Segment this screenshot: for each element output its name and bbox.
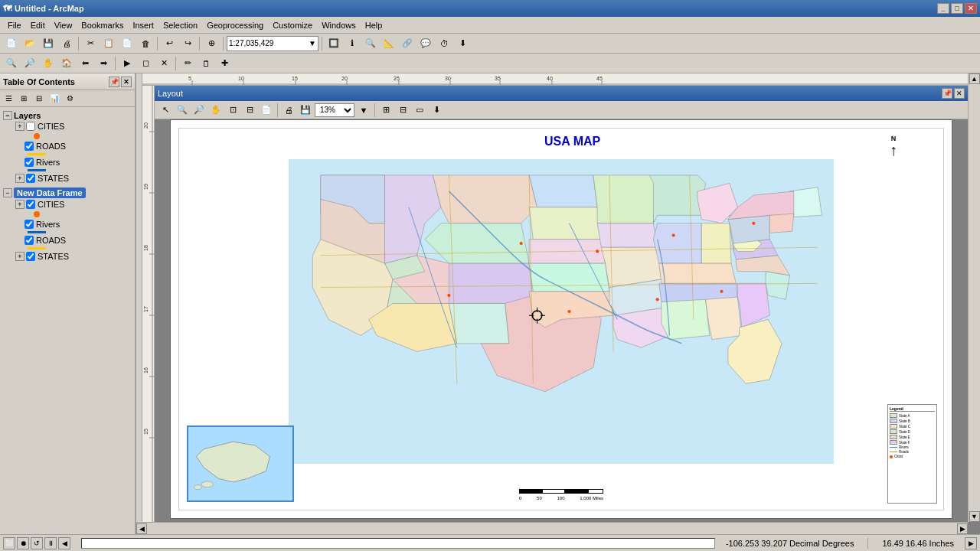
find-button[interactable]: 🔍 bbox=[362, 35, 379, 52]
add-data-button[interactable]: ⊕ bbox=[203, 35, 220, 52]
toc-item-roads-2[interactable]: ROADS bbox=[0, 235, 135, 246]
minimize-button[interactable]: _ bbox=[937, 3, 949, 14]
scale-dropdown-icon[interactable]: ▼ bbox=[309, 39, 316, 47]
toc-btn-2[interactable]: ⊞ bbox=[17, 92, 31, 106]
full-extent-button[interactable]: 🏠 bbox=[58, 55, 75, 72]
print-button[interactable]: 🖨 bbox=[58, 35, 75, 52]
delete-button[interactable]: 🗑 bbox=[137, 35, 154, 52]
status-btn-1[interactable]: ⬜ bbox=[3, 537, 15, 549]
new-button[interactable]: 📄 bbox=[3, 35, 20, 52]
toc-item-cities-1[interactable]: + CITIES bbox=[0, 121, 135, 132]
menu-selection[interactable]: Selection bbox=[158, 19, 202, 31]
menu-insert[interactable]: Insert bbox=[128, 19, 158, 31]
cut-button[interactable]: ✂ bbox=[82, 35, 99, 52]
menu-help[interactable]: Help bbox=[361, 19, 387, 31]
layout-export[interactable]: 💾 bbox=[298, 103, 313, 118]
layout-snap[interactable]: ⊟ bbox=[395, 103, 410, 118]
layout-zoom-out[interactable]: 🔎 bbox=[191, 103, 207, 118]
toc-header-controls[interactable]: 📌 ✕ bbox=[109, 77, 132, 87]
zoom-percent-select[interactable]: 13% 5% 10% 25% 50% 75% 100% bbox=[315, 103, 354, 117]
menu-edit[interactable]: Edit bbox=[26, 19, 50, 31]
select-by-rect[interactable]: ◻ bbox=[137, 55, 154, 72]
cities-checkbox-1[interactable] bbox=[26, 122, 35, 131]
deselect[interactable]: ✕ bbox=[155, 55, 172, 72]
cities-checkbox-2[interactable] bbox=[26, 200, 35, 209]
layout-margins[interactable]: ▭ bbox=[412, 103, 427, 118]
status-btn-4[interactable]: ⏸ bbox=[44, 537, 57, 549]
states-expand-2[interactable]: + bbox=[15, 252, 24, 261]
menu-file[interactable]: File bbox=[3, 19, 26, 31]
status-btn-3[interactable]: ↺ bbox=[31, 537, 43, 549]
window-controls[interactable]: _ □ ✕ bbox=[937, 3, 977, 14]
layout-close[interactable]: ✕ bbox=[954, 88, 965, 99]
states-expand-1[interactable]: + bbox=[15, 174, 24, 183]
states-checkbox-2[interactable] bbox=[26, 252, 35, 261]
select-features[interactable]: ▶ bbox=[119, 55, 136, 72]
paste-button[interactable]: 📄 bbox=[119, 35, 136, 52]
toc-btn-4[interactable]: 📊 bbox=[47, 92, 61, 106]
vertical-scrollbar[interactable]: ▲ ▼ bbox=[968, 73, 980, 522]
layout-pin[interactable]: 📌 bbox=[942, 88, 952, 99]
scroll-right[interactable]: ▶ bbox=[957, 523, 968, 534]
menu-view[interactable]: View bbox=[50, 19, 77, 31]
attributes-button[interactable]: 🗒 bbox=[198, 55, 214, 72]
maximize-button[interactable]: □ bbox=[951, 3, 963, 14]
layout-extent[interactable]: ⊡ bbox=[225, 103, 240, 118]
horizontal-scrollbar[interactable]: ◀ ▶ bbox=[136, 522, 968, 534]
toc-item-states-2[interactable]: + STATES bbox=[0, 251, 135, 262]
states-checkbox-1[interactable] bbox=[26, 174, 35, 183]
zoom-whole[interactable]: 🔲 bbox=[325, 35, 342, 52]
toc-item-rivers-2[interactable]: Rivers bbox=[0, 219, 135, 230]
zoom-in-button[interactable]: 🔍 bbox=[3, 55, 20, 72]
undo-button[interactable]: ↩ bbox=[161, 35, 178, 52]
more-tools[interactable]: ⬇ bbox=[454, 35, 471, 52]
roads-checkbox-1[interactable] bbox=[24, 142, 34, 151]
toc-close-button[interactable]: ✕ bbox=[121, 77, 132, 87]
toc-item-roads-1[interactable]: ROADS bbox=[0, 141, 135, 152]
toc-btn-5[interactable]: ⚙ bbox=[63, 92, 77, 106]
statusbar-right-btn[interactable]: ▶ bbox=[965, 537, 977, 549]
create-features[interactable]: ✚ bbox=[216, 55, 233, 72]
toc-btn-3[interactable]: ⊟ bbox=[32, 92, 46, 106]
scroll-left[interactable]: ◀ bbox=[136, 523, 147, 534]
rivers-checkbox-2[interactable] bbox=[24, 220, 34, 229]
hyperlink-button[interactable]: 🔗 bbox=[399, 35, 416, 52]
layout-controls[interactable]: 📌 ✕ bbox=[942, 88, 965, 99]
copy-button[interactable]: 📋 bbox=[100, 35, 117, 52]
time-slider[interactable]: ⏱ bbox=[436, 35, 452, 52]
measure-button[interactable]: 📐 bbox=[381, 35, 397, 52]
layout-full[interactable]: ⊟ bbox=[242, 103, 257, 118]
layout-zoom-in[interactable]: 🔍 bbox=[175, 103, 190, 118]
rivers-checkbox-1[interactable] bbox=[24, 158, 34, 167]
status-btn-2[interactable]: ⏺ bbox=[17, 537, 29, 549]
save-button[interactable]: 💾 bbox=[40, 35, 57, 52]
toc-pin-button[interactable]: 📌 bbox=[109, 77, 119, 87]
back-extent[interactable]: ⬅ bbox=[77, 55, 93, 72]
layout-pan[interactable]: ✋ bbox=[208, 103, 224, 118]
identify-button[interactable]: ℹ bbox=[344, 35, 361, 52]
layout-page[interactable]: 📄 bbox=[259, 103, 274, 118]
scale-box[interactable]: 1:27,035,429 ▼ bbox=[227, 36, 318, 51]
cities-expand-1[interactable]: + bbox=[15, 122, 24, 131]
toc-list-view[interactable]: ☰ bbox=[2, 92, 15, 106]
open-button[interactable]: 📂 bbox=[21, 35, 38, 52]
menu-windows[interactable]: Windows bbox=[317, 19, 361, 31]
toc-item-cities-2[interactable]: + CITIES bbox=[0, 199, 135, 210]
layout-more[interactable]: ⬇ bbox=[429, 103, 444, 118]
html-popup[interactable]: 💬 bbox=[417, 35, 434, 52]
usa-map-svg[interactable] bbox=[187, 159, 936, 464]
toc-item-rivers-1[interactable]: Rivers bbox=[0, 157, 135, 168]
usa-map-container[interactable]: USA MAP N ↑ bbox=[178, 128, 944, 510]
menu-geoprocessing[interactable]: Geoprocessing bbox=[202, 19, 268, 31]
layout-print[interactable]: 🖨 bbox=[281, 103, 296, 118]
statusbar-controls[interactable]: ⬜ ⏺ ↺ ⏸ ◀ bbox=[3, 537, 70, 549]
zoom-dropdown[interactable]: ▼ bbox=[356, 103, 371, 118]
layout-grid[interactable]: ⊞ bbox=[378, 103, 394, 118]
roads-checkbox-2[interactable] bbox=[24, 236, 34, 245]
menu-customize[interactable]: Customize bbox=[268, 19, 317, 31]
toc-vertical-scrollbar[interactable] bbox=[136, 73, 142, 534]
status-btn-5[interactable]: ◀ bbox=[58, 537, 70, 549]
toc-layers-section[interactable]: − Layers bbox=[0, 110, 135, 121]
redo-button[interactable]: ↪ bbox=[179, 35, 196, 52]
scroll-down[interactable]: ▼ bbox=[969, 511, 980, 522]
